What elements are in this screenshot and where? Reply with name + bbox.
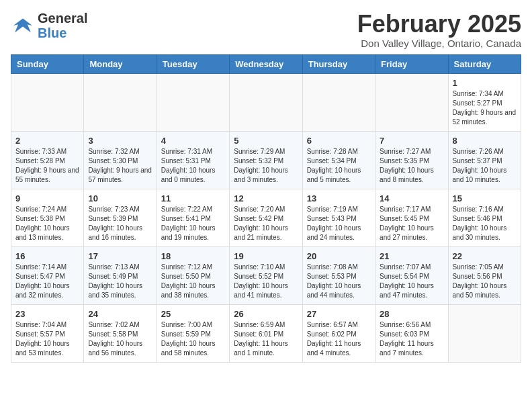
table-row: 17Sunrise: 7:13 AM Sunset: 5:49 PM Dayli… <box>84 246 157 304</box>
col-saturday: Saturday <box>448 54 521 73</box>
day-info: Sunrise: 7:14 AM Sunset: 5:47 PM Dayligh… <box>15 263 79 300</box>
calendar-table: Sunday Monday Tuesday Wednesday Thursday… <box>11 54 521 363</box>
day-number: 17 <box>88 251 152 261</box>
day-info: Sunrise: 7:02 AM Sunset: 5:58 PM Dayligh… <box>88 320 152 358</box>
calendar-week-row: 2Sunrise: 7:33 AM Sunset: 5:28 PM Daylig… <box>11 131 521 189</box>
day-number: 9 <box>15 193 79 203</box>
day-info: Sunrise: 7:26 AM Sunset: 5:37 PM Dayligh… <box>453 147 517 185</box>
table-row: 12Sunrise: 7:20 AM Sunset: 5:42 PM Dayli… <box>230 189 302 246</box>
col-sunday: Sunday <box>11 54 84 73</box>
table-row: 10Sunrise: 7:23 AM Sunset: 5:39 PM Dayli… <box>84 189 157 246</box>
day-number: 20 <box>307 251 371 261</box>
table-row <box>230 73 302 131</box>
day-number: 1 <box>453 78 517 88</box>
table-row: 21Sunrise: 7:07 AM Sunset: 5:54 PM Dayli… <box>375 246 448 304</box>
table-row <box>375 73 448 131</box>
day-number: 16 <box>15 251 79 261</box>
day-number: 5 <box>234 136 298 146</box>
table-row: 22Sunrise: 7:05 AM Sunset: 5:56 PM Dayli… <box>448 246 521 304</box>
day-info: Sunrise: 7:28 AM Sunset: 5:34 PM Dayligh… <box>307 147 371 185</box>
calendar-week-row: 1Sunrise: 7:34 AM Sunset: 5:27 PM Daylig… <box>11 73 521 131</box>
day-info: Sunrise: 6:57 AM Sunset: 6:02 PM Dayligh… <box>307 320 371 358</box>
day-number: 8 <box>453 136 517 146</box>
table-row: 9Sunrise: 7:24 AM Sunset: 5:38 PM Daylig… <box>11 189 84 246</box>
table-row: 13Sunrise: 7:19 AM Sunset: 5:43 PM Dayli… <box>302 189 375 246</box>
day-info: Sunrise: 7:33 AM Sunset: 5:28 PM Dayligh… <box>15 147 79 185</box>
day-number: 25 <box>161 309 225 319</box>
day-info: Sunrise: 7:17 AM Sunset: 5:45 PM Dayligh… <box>380 205 443 242</box>
day-info: Sunrise: 7:12 AM Sunset: 5:50 PM Dayligh… <box>161 263 225 300</box>
day-number: 27 <box>307 309 371 319</box>
day-info: Sunrise: 7:07 AM Sunset: 5:54 PM Dayligh… <box>380 263 443 300</box>
day-info: Sunrise: 6:59 AM Sunset: 6:01 PM Dayligh… <box>234 320 298 358</box>
calendar-week-row: 23Sunrise: 7:04 AM Sunset: 5:57 PM Dayli… <box>11 304 521 362</box>
day-number: 12 <box>234 193 298 203</box>
table-row: 11Sunrise: 7:22 AM Sunset: 5:41 PM Dayli… <box>157 189 229 246</box>
col-thursday: Thursday <box>302 54 375 73</box>
table-row: 2Sunrise: 7:33 AM Sunset: 5:28 PM Daylig… <box>11 131 84 189</box>
day-info: Sunrise: 6:56 AM Sunset: 6:03 PM Dayligh… <box>380 320 443 358</box>
table-row: 18Sunrise: 7:12 AM Sunset: 5:50 PM Dayli… <box>157 246 229 304</box>
day-info: Sunrise: 7:22 AM Sunset: 5:41 PM Dayligh… <box>161 205 225 242</box>
table-row: 24Sunrise: 7:02 AM Sunset: 5:58 PM Dayli… <box>84 304 157 362</box>
day-info: Sunrise: 7:27 AM Sunset: 5:35 PM Dayligh… <box>380 147 443 185</box>
table-row: 16Sunrise: 7:14 AM Sunset: 5:47 PM Dayli… <box>11 246 84 304</box>
col-monday: Monday <box>84 54 157 73</box>
table-row <box>302 73 375 131</box>
col-tuesday: Tuesday <box>157 54 229 73</box>
day-number: 22 <box>453 251 517 261</box>
calendar-header-row: Sunday Monday Tuesday Wednesday Thursday… <box>11 54 521 73</box>
table-row: 14Sunrise: 7:17 AM Sunset: 5:45 PM Dayli… <box>375 189 448 246</box>
table-row: 6Sunrise: 7:28 AM Sunset: 5:34 PM Daylig… <box>302 131 375 189</box>
day-info: Sunrise: 7:29 AM Sunset: 5:32 PM Dayligh… <box>234 147 298 185</box>
day-number: 21 <box>380 251 443 261</box>
day-info: Sunrise: 7:04 AM Sunset: 5:57 PM Dayligh… <box>15 320 79 358</box>
day-number: 10 <box>88 193 152 203</box>
day-info: Sunrise: 7:32 AM Sunset: 5:30 PM Dayligh… <box>88 147 152 185</box>
logo-icon <box>11 16 35 35</box>
day-info: Sunrise: 7:34 AM Sunset: 5:27 PM Dayligh… <box>453 89 517 127</box>
table-row: 26Sunrise: 6:59 AM Sunset: 6:01 PM Dayli… <box>230 304 302 362</box>
day-info: Sunrise: 7:31 AM Sunset: 5:31 PM Dayligh… <box>161 147 225 185</box>
table-row <box>84 73 157 131</box>
table-row: 27Sunrise: 6:57 AM Sunset: 6:02 PM Dayli… <box>302 304 375 362</box>
table-row: 4Sunrise: 7:31 AM Sunset: 5:31 PM Daylig… <box>157 131 229 189</box>
table-row: 25Sunrise: 7:00 AM Sunset: 5:59 PM Dayli… <box>157 304 229 362</box>
logo: General Blue <box>11 11 87 40</box>
day-number: 19 <box>234 251 298 261</box>
svg-marker-0 <box>13 19 32 33</box>
col-friday: Friday <box>375 54 448 73</box>
day-info: Sunrise: 7:05 AM Sunset: 5:56 PM Dayligh… <box>453 263 517 300</box>
day-number: 4 <box>161 136 225 146</box>
table-row: 8Sunrise: 7:26 AM Sunset: 5:37 PM Daylig… <box>448 131 521 189</box>
day-number: 26 <box>234 309 298 319</box>
table-row: 28Sunrise: 6:56 AM Sunset: 6:03 PM Dayli… <box>375 304 448 362</box>
day-number: 28 <box>380 309 443 319</box>
title-section: February 2025 Don Valley Village, Ontari… <box>357 11 521 49</box>
day-info: Sunrise: 7:10 AM Sunset: 5:52 PM Dayligh… <box>234 263 298 300</box>
calendar-week-row: 16Sunrise: 7:14 AM Sunset: 5:47 PM Dayli… <box>11 246 521 304</box>
table-row: 1Sunrise: 7:34 AM Sunset: 5:27 PM Daylig… <box>448 73 521 131</box>
day-number: 11 <box>161 193 225 203</box>
calendar-week-row: 9Sunrise: 7:24 AM Sunset: 5:38 PM Daylig… <box>11 189 521 246</box>
logo-text: General Blue <box>38 11 87 40</box>
day-number: 7 <box>380 136 443 146</box>
day-number: 6 <box>307 136 371 146</box>
day-info: Sunrise: 7:08 AM Sunset: 5:53 PM Dayligh… <box>307 263 371 300</box>
day-number: 14 <box>380 193 443 203</box>
day-number: 24 <box>88 309 152 319</box>
table-row: 23Sunrise: 7:04 AM Sunset: 5:57 PM Dayli… <box>11 304 84 362</box>
day-number: 2 <box>15 136 79 146</box>
day-number: 15 <box>453 193 517 203</box>
table-row: 5Sunrise: 7:29 AM Sunset: 5:32 PM Daylig… <box>230 131 302 189</box>
table-row <box>11 73 84 131</box>
day-number: 23 <box>15 309 79 319</box>
month-title: February 2025 <box>357 11 521 38</box>
day-number: 13 <box>307 193 371 203</box>
location-title: Don Valley Village, Ontario, Canada <box>357 38 521 49</box>
day-info: Sunrise: 7:13 AM Sunset: 5:49 PM Dayligh… <box>88 263 152 300</box>
table-row: 19Sunrise: 7:10 AM Sunset: 5:52 PM Dayli… <box>230 246 302 304</box>
day-info: Sunrise: 7:24 AM Sunset: 5:38 PM Dayligh… <box>15 205 79 242</box>
table-row: 7Sunrise: 7:27 AM Sunset: 5:35 PM Daylig… <box>375 131 448 189</box>
table-row: 15Sunrise: 7:16 AM Sunset: 5:46 PM Dayli… <box>448 189 521 246</box>
